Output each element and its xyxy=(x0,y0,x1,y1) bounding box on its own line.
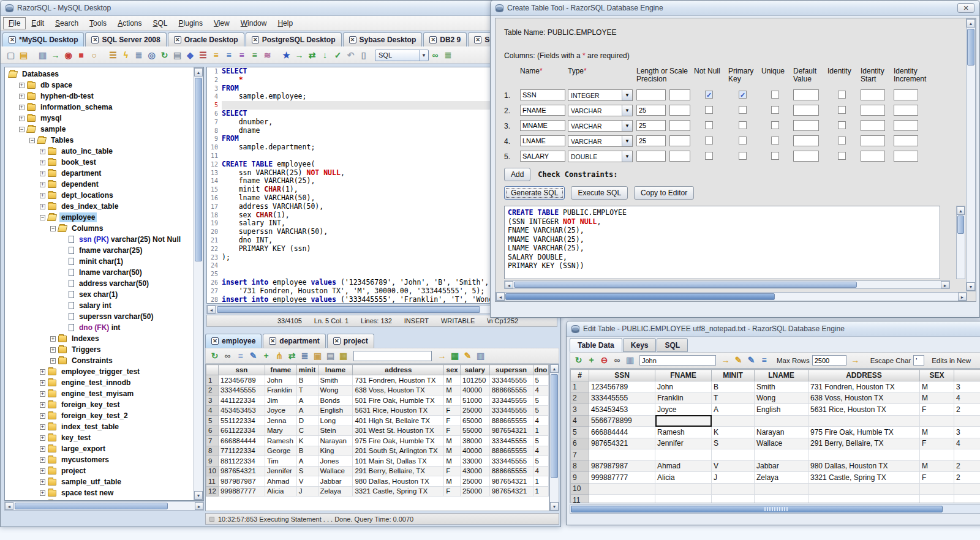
sql-hscrollbar[interactable]: ◄ ► xyxy=(504,280,950,289)
data-cell[interactable]: Wong xyxy=(755,392,809,404)
data-cell[interactable] xyxy=(589,483,655,495)
rollback-icon[interactable]: ↶ xyxy=(344,49,357,62)
close-icon[interactable]: ✕ xyxy=(957,3,974,13)
length-input[interactable] xyxy=(636,105,666,116)
table-row[interactable]: 8771122334GeorgeBKing201 South St, Arlin… xyxy=(206,446,549,456)
insert-row-icon[interactable]: + xyxy=(260,350,273,362)
tree-item-constraints[interactable]: +Constraints xyxy=(5,355,194,366)
edit-cell-icon[interactable]: ✎ xyxy=(745,354,758,367)
results-search-input[interactable] xyxy=(353,351,432,361)
expand-icon[interactable]: + xyxy=(19,83,24,88)
execute-sql-icon[interactable]: ϟ xyxy=(119,49,132,62)
results-col-minit[interactable]: minit xyxy=(296,365,318,375)
favorites-icon[interactable]: ★ xyxy=(280,49,293,62)
expand-icon[interactable]: + xyxy=(40,182,45,187)
tree-item-db-space[interactable]: +db space xyxy=(5,80,194,91)
expand-icon[interactable]: + xyxy=(40,369,45,375)
tab-sybase-desktop[interactable]: ✕Sybase Desktop xyxy=(343,32,423,47)
columns-icon[interactable]: ≣ xyxy=(298,350,311,362)
data-cell[interactable] xyxy=(712,483,755,495)
data-cell[interactable] xyxy=(655,449,712,461)
tree-item-minit-char-1[interactable]: minit char(1) xyxy=(5,256,194,267)
compare-icon[interactable]: ◆ xyxy=(184,49,197,62)
data-cell[interactable]: Narayan xyxy=(755,427,809,438)
filter-green-icon[interactable]: ≡ xyxy=(248,49,261,62)
data-cell[interactable]: 731 Fondren, Houston TX xyxy=(809,381,920,393)
save-table-icon[interactable]: ▥ xyxy=(624,354,636,367)
table-row[interactable]: 6987654321JenniferSWallace291 Berry, Bel… xyxy=(571,438,980,449)
generate-sql-button[interactable]: Generate SQL xyxy=(504,186,565,200)
tree-item-indexes[interactable]: +Indexes xyxy=(5,333,194,344)
search-doc-icon[interactable]: ◎ xyxy=(145,49,158,62)
edit-results-icon[interactable]: ✎ xyxy=(247,350,260,362)
default-value-input[interactable] xyxy=(793,151,819,162)
tree-item-databases[interactable]: Databases xyxy=(5,69,194,80)
results-tab-project[interactable]: ✕project xyxy=(327,334,374,348)
expand-icon[interactable]: + xyxy=(40,204,45,209)
data-cell[interactable]: 987654321 xyxy=(589,438,655,449)
menu-plugins[interactable]: Plugins xyxy=(173,17,208,29)
edit-tab-sql[interactable]: SQL xyxy=(657,338,688,352)
column-type-select[interactable]: INTEGER▼ xyxy=(568,89,633,101)
tree-item-columns[interactable]: −Columns xyxy=(5,223,194,234)
expand-icon[interactable]: + xyxy=(40,402,45,408)
identity-start-input[interactable] xyxy=(861,135,885,146)
data-cell[interactable]: 638 Voss, Houston TX xyxy=(809,392,920,404)
tree-item-sample-utf-table[interactable]: +sample_utf_table xyxy=(5,476,194,487)
tab-oracle-desktop[interactable]: ✕Oracle Desktop xyxy=(168,32,244,47)
data-cell[interactable]: V xyxy=(712,460,755,472)
expand-icon[interactable]: + xyxy=(40,193,45,198)
tab-postgresql-desktop[interactable]: ✕PostgreSQL Desktop xyxy=(246,32,342,47)
close-tab-icon[interactable]: ✕ xyxy=(349,36,356,43)
edit-tab-table-data[interactable]: Table Data xyxy=(570,338,622,352)
data-cell[interactable] xyxy=(655,495,712,504)
fetch-icon[interactable]: ↓ xyxy=(318,49,331,62)
tree-item-tables[interactable]: −Tables xyxy=(5,135,194,146)
default-value-input[interactable] xyxy=(793,89,819,100)
commit-icon[interactable]: ✓ xyxy=(331,49,344,62)
table-row[interactable]: 1123456789JohnBSmith731 Fondren, Houston… xyxy=(571,381,980,393)
column-name-input[interactable] xyxy=(520,151,565,162)
results-col-superssn[interactable]: superssn xyxy=(489,365,533,375)
length-input[interactable] xyxy=(636,89,666,100)
data-cell[interactable]: Alicia xyxy=(655,472,712,484)
data-cell[interactable] xyxy=(755,415,809,427)
menu-actions[interactable]: Actions xyxy=(112,17,147,29)
tree-item-dept-locations[interactable]: +dept_locations xyxy=(5,190,194,201)
create-dialog-vscrollbar[interactable]: ▲ ▼ xyxy=(966,18,976,291)
results-col-dno[interactable]: dno xyxy=(533,365,548,375)
data-cell[interactable] xyxy=(589,449,655,461)
data-cell[interactable]: Zelaya xyxy=(755,472,809,484)
data-cell[interactable]: Jennifer xyxy=(655,438,712,449)
tree-item-hyphen-db-test[interactable]: +hyphen-db-test xyxy=(5,91,194,102)
edit-gold-icon[interactable]: ✎ xyxy=(461,350,474,362)
view-results-icon[interactable]: ∞ xyxy=(221,350,234,362)
delete-row-icon[interactable]: ⊖ xyxy=(598,354,611,367)
edit-grid-hscrollbar[interactable] xyxy=(570,504,980,514)
identity-increment-input[interactable] xyxy=(894,151,918,162)
table-row[interactable]: 3441122334JimABonds501 Fire Oak, Humble … xyxy=(206,396,549,406)
column-type-select[interactable]: VARCHAR▼ xyxy=(568,120,633,132)
scale-input[interactable] xyxy=(669,105,690,116)
save-icon[interactable]: ▥ xyxy=(36,49,49,62)
expand-icon[interactable]: + xyxy=(40,490,45,496)
identity-checkbox[interactable] xyxy=(838,91,846,99)
results-col-ssn[interactable]: ssn xyxy=(218,365,265,375)
data-cell[interactable]: Jabbar xyxy=(755,460,809,472)
tab-mysql-desktop[interactable]: ✕*MySQL Desktop xyxy=(2,32,84,47)
primary-key-checkbox[interactable] xyxy=(739,121,747,129)
edit-col-sex[interactable]: SEX xyxy=(920,370,954,381)
tree-item-lname-varchar-50[interactable]: lname varchar(50) xyxy=(5,267,194,278)
tree-item-stockpickers[interactable]: +stockpickers xyxy=(5,498,194,500)
close-tab-icon[interactable]: ✕ xyxy=(269,337,276,345)
tree-item-employee-trigger-test[interactable]: +employee_trigger_test xyxy=(5,366,194,377)
default-value-input[interactable] xyxy=(793,105,819,116)
not-null-checkbox[interactable] xyxy=(705,152,713,160)
tree-item-department[interactable]: +department xyxy=(5,168,194,179)
go-maxrows-icon[interactable]: → xyxy=(849,354,862,367)
data-cell[interactable] xyxy=(920,495,954,504)
find-value-input[interactable] xyxy=(639,355,716,366)
connect-icon[interactable]: → xyxy=(49,49,62,62)
data-cell[interactable] xyxy=(712,415,755,427)
not-null-checkbox[interactable] xyxy=(705,137,713,144)
